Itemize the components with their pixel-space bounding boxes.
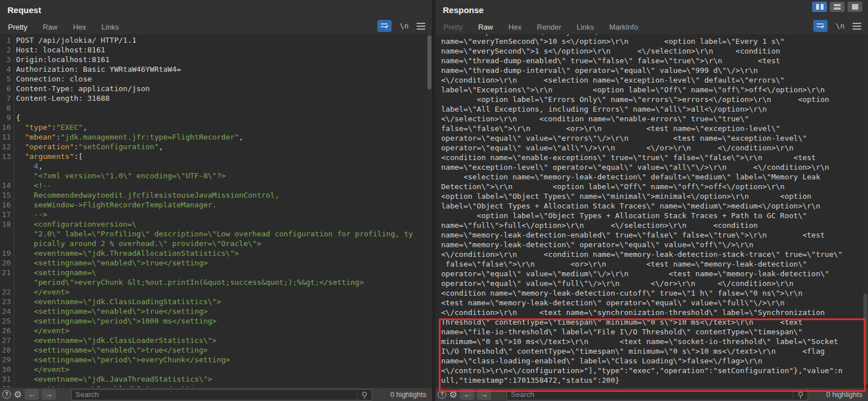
search-input[interactable] — [72, 390, 357, 399]
code-text: <settingname=\"period\">everyChunk</sett… — [14, 355, 230, 365]
gear-icon[interactable]: ⚙ — [14, 390, 22, 399]
code-text: seeWindow->FlightRecorderTemplateManager… — [14, 200, 217, 210]
wrap-icon — [816, 22, 825, 30]
request-code-line: 26 </event> — [0, 326, 432, 335]
request-code-line: 5Connection: close — [0, 74, 432, 84]
request-code-line: 20 <settingname=\"enabled\">true</settin… — [0, 258, 432, 268]
line-number: 27 — [0, 335, 14, 345]
response-code-line: <option label=\"Object Types + Allocatio… — [441, 211, 868, 220]
search-forward-button[interactable]: → — [477, 389, 491, 400]
code-text: Recommendedwaytoedit.jfcfilesistouseJava… — [14, 190, 279, 200]
line-number: 21 — [0, 268, 14, 277]
tab-links[interactable]: Links — [577, 23, 594, 35]
response-code-line: <\/condition>\r\n <selection name=\"exce… — [441, 75, 868, 85]
line-number: 6 — [0, 84, 14, 93]
line-number: 15 — [0, 190, 14, 200]
tab-pretty[interactable]: Pretty — [443, 23, 463, 35]
hamburger-icon — [417, 23, 425, 24]
search-field: ⚲ — [71, 389, 372, 400]
request-code: 1POST /api/jolokia/ HTTP/1.12Host: local… — [0, 34, 432, 387]
request-code-line: 1POST /api/jolokia/ HTTP/1.1 — [0, 35, 432, 45]
wrap-toggle-button[interactable] — [377, 20, 392, 32]
response-code-line: <condition name=\"memory-leak-detection-… — [441, 288, 868, 298]
editor-menu-button[interactable] — [853, 21, 861, 31]
response-code-line: label=\"All Exceptions, including Errors… — [441, 104, 868, 114]
code-text: "mbean":"jdk.management.jfr:type=FlightR… — [14, 132, 243, 142]
response-code-line: name=\"exception-level\" operator=\"equa… — [441, 162, 868, 172]
request-code-line: 27 <eventname=\"jdk.ClassLoaderStatistic… — [0, 335, 432, 345]
code-text: </event> — [14, 365, 70, 374]
request-code-line: 14 <!-- — [0, 181, 432, 190]
hamburger-icon — [853, 23, 861, 24]
request-scrollbar-track[interactable] — [427, 34, 432, 387]
search-input[interactable] — [507, 390, 793, 399]
line-number: 26 — [0, 326, 14, 335]
request-code-line: 11 "mbean":"jdk.management.jfr:type=Flig… — [0, 132, 432, 142]
code-text: "period\">everyChunk &lt;%out.printIn(&q… — [14, 277, 364, 287]
search-back-button[interactable]: ← — [460, 389, 474, 400]
code-text: <eventname=\"jdk.ClassLoaderStatistics\"… — [14, 335, 217, 345]
search-back-button[interactable]: ← — [25, 389, 39, 400]
request-scrollbar-thumb[interactable] — [427, 35, 431, 89]
help-icon[interactable]: ? — [438, 390, 446, 399]
response-searchbar: ? ⚙ ← → ⚲ 0 highlights — [435, 387, 868, 401]
line-number: 24 — [0, 306, 14, 316]
request-code-line: 10 "type":"EXEC", — [0, 122, 432, 132]
line-number: 20 — [0, 258, 14, 268]
response-code-line: <condition name=\"enable-exceptions\" tr… — [441, 153, 868, 162]
code-text: "operation":"setConfiguration", — [14, 142, 163, 152]
layout-rows-button[interactable] — [830, 2, 845, 12]
response-code: <option label=\"Every 10 s\"name=\"every… — [435, 34, 868, 385]
tab-hex[interactable]: Hex — [73, 23, 86, 35]
response-code-line: name=\"memory-leak-detection\" operator=… — [441, 240, 868, 249]
layout-single-button[interactable] — [847, 2, 862, 12]
request-code-line: 4, — [0, 161, 432, 171]
wrap-toggle-button[interactable] — [813, 20, 828, 32]
request-code-line: 30 </event> — [0, 365, 432, 374]
layout-columns-button[interactable] — [812, 2, 827, 12]
tab-markinfo[interactable]: MarkInfo — [609, 23, 638, 35]
response-code-line: <\/condition>\r\n <condition name=\"memo… — [441, 249, 868, 259]
request-code-line: 22 </event> — [0, 287, 432, 297]
response-scrollbar-thumb[interactable] — [863, 294, 867, 385]
line-number: 19 — [0, 248, 14, 258]
response-editor[interactable]: <option label=\"Every 10 s\"name=\"every… — [435, 34, 868, 387]
request-searchbar: ? ⚙ ← → ⚲ 0 highlights — [0, 387, 432, 401]
help-icon[interactable]: ? — [2, 390, 11, 399]
search-magnifier-icon[interactable]: ⚲ — [793, 390, 808, 399]
search-forward-button[interactable]: → — [42, 389, 56, 400]
request-code-line: 23 <eventname=\"jdk.ClassLoadingStatisti… — [0, 297, 432, 306]
request-code-line: 17 --> — [0, 210, 432, 219]
response-code-line: Threshold\" contentType=\"timespan\" min… — [441, 317, 868, 327]
code-text: POST /api/jolokia/ HTTP/1.1 — [14, 35, 136, 45]
tab-render[interactable]: Render — [537, 23, 561, 35]
code-text: "2.0\" label=\"Profiling\" description=\… — [14, 229, 413, 239]
editor-menu-button[interactable] — [417, 21, 425, 31]
request-editor[interactable]: 1POST /api/jolokia/ HTTP/1.12Host: local… — [0, 34, 432, 387]
line-number: 31 — [0, 374, 14, 384]
request-code-line: 24 <settingname=\"enabled\">true</settin… — [0, 306, 432, 316]
request-code-line: 6Content-Type: application/json — [0, 84, 432, 93]
tab-links[interactable]: Links — [101, 23, 119, 35]
search-magnifier-icon[interactable]: ⚲ — [357, 390, 372, 399]
tab-hex[interactable]: Hex — [508, 23, 521, 35]
response-code-line: <option label=\"Errors Only\" name=\"err… — [441, 95, 868, 104]
code-text: <eventname=\"jdk.JavaThreadStatistics\"> — [14, 374, 212, 384]
response-code-line: operator=\"equal\" value=\"full\"\/>\r\n… — [441, 279, 868, 288]
line-number: 17 — [0, 210, 14, 219]
code-text: "arguments":[ — [14, 152, 83, 161]
line-number: 7 — [0, 93, 14, 103]
request-code-line: 19 <eventname=\"jdk.ThreadAllocationStat… — [0, 248, 432, 258]
response-scrollbar-track[interactable] — [863, 34, 868, 387]
request-code-line: 25 <settingname=\"period\">1000 ms</sett… — [0, 316, 432, 326]
code-text: <settingname=\"enabled\">true</setting> — [14, 258, 208, 268]
response-code-line: name=\"everyTenSecond\">10 s<\/option>\r… — [441, 36, 868, 46]
tab-raw[interactable]: Raw — [43, 23, 58, 35]
newline-toggle[interactable]: \n — [400, 22, 409, 30]
line-number: 30 — [0, 365, 14, 374]
gear-icon[interactable]: ⚙ — [449, 390, 457, 399]
response-code-line: name=\"full\">full<\/option>\r\n <\/sele… — [441, 220, 868, 230]
newline-toggle[interactable]: \n — [836, 22, 845, 30]
line-number — [0, 229, 14, 239]
wrap-icon — [380, 22, 389, 30]
